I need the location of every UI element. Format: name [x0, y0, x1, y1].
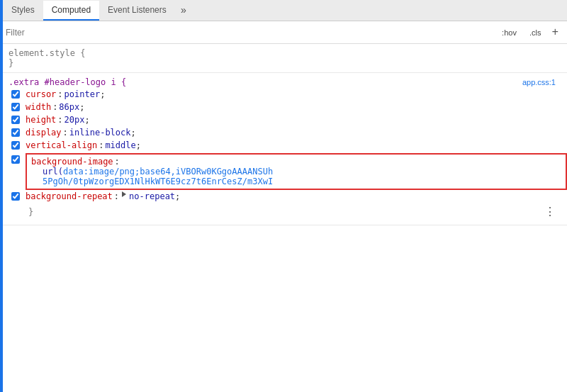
filter-input[interactable]: [6, 28, 497, 38]
rule-selector: .extra #header-logo i {: [9, 77, 126, 87]
url-link[interactable]: data:image/png;base64,iVBORw0KGgoAAAANSU…: [63, 167, 273, 177]
checkbox-width[interactable]: [11, 103, 20, 111]
prop-value-height: 20px: [64, 115, 85, 125]
element-style-block: element.style { }: [0, 44, 567, 73]
element-style-selector: element.style {: [9, 48, 558, 58]
property-row-cursor: cursor : pointer ;: [9, 89, 567, 101]
expand-arrow-icon[interactable]: [122, 191, 126, 197]
property-row-vertical-align: vertical-align : middle ;: [9, 140, 567, 152]
checkbox-area-vertical-align: [11, 140, 26, 150]
semi-width: ;: [79, 102, 84, 112]
prop-name-vertical-align: vertical-align: [26, 140, 97, 150]
bg-image-url-line: url(data:image/png;base64,iVBORw0KGgoAAA…: [31, 167, 561, 177]
bg-repeat-arrow-container: [122, 191, 129, 197]
checkbox-cursor[interactable]: [11, 90, 20, 99]
checkbox-height[interactable]: [11, 116, 20, 124]
url-continuation-link[interactable]: 5PgOh/0tpWzorgEDX1NlHkWT6E9cz7t6EnrCesZ/…: [43, 177, 273, 186]
checkbox-bg-repeat[interactable]: [11, 192, 20, 201]
colon-width: :: [52, 102, 57, 112]
checkbox-area-width: [11, 102, 26, 111]
tab-computed[interactable]: Computed: [43, 1, 99, 21]
colon-display: :: [63, 128, 68, 138]
rule-close-brace: }: [28, 207, 33, 217]
checkbox-area-height: [11, 115, 26, 124]
tab-bar: Styles Computed Event Listeners »: [0, 0, 567, 21]
property-row-bg-image: background-image : url(data:image/png;ba…: [9, 152, 567, 191]
left-accent: [0, 0, 3, 392]
property-row-display: display : inline-block ;: [9, 127, 567, 140]
more-options-icon[interactable]: ⋮: [544, 205, 556, 219]
rule-source-link[interactable]: app.css:1: [522, 78, 556, 86]
filter-buttons: :hov .cls +: [497, 26, 561, 39]
prop-name-bg-repeat: background-repeat: [26, 191, 113, 201]
hov-button[interactable]: :hov: [497, 26, 522, 39]
semi-cursor: ;: [100, 89, 105, 99]
semi-height: ;: [85, 115, 90, 125]
prop-value-vertical-align: middle: [105, 140, 135, 150]
semi-vertical-align: ;: [136, 140, 141, 150]
prop-name-display: display: [26, 128, 62, 138]
prop-value-bg-repeat: no-repeat: [129, 191, 175, 201]
prop-name-width: width: [26, 102, 51, 112]
prop-name-cursor: cursor: [26, 89, 56, 99]
property-row-bg-repeat: background-repeat : no-repeat ;: [9, 191, 567, 203]
prop-value-width: 86px: [59, 102, 79, 112]
rule-block: .extra #header-logo i { app.css:1 cursor…: [0, 73, 567, 225]
property-row-width: width : 86px ;: [9, 101, 567, 114]
colon-height: :: [57, 115, 62, 125]
semi-bg-repeat: ;: [175, 191, 180, 201]
checkbox-area-display: [11, 128, 26, 137]
colon-cursor: :: [57, 89, 62, 99]
checkbox-bg-image[interactable]: [11, 155, 20, 164]
devtools-panel: Styles Computed Event Listeners » :hov .…: [0, 0, 567, 392]
bg-image-first-line: background-image :: [31, 157, 561, 167]
checkbox-area-bg-repeat: [11, 191, 26, 201]
add-style-button[interactable]: +: [549, 27, 561, 38]
cls-button[interactable]: .cls: [524, 26, 546, 39]
checkbox-area-cursor: [11, 89, 26, 99]
property-row-height: height : 20px ;: [9, 114, 567, 127]
bg-image-continuation-line: 5PgOh/0tpWzorgEDX1NlHkWT6E9cz7t6EnrCesZ/…: [31, 177, 561, 186]
colon-vertical-align: :: [99, 140, 103, 150]
checkbox-vertical-align[interactable]: [11, 141, 20, 150]
prop-name-bg-image: background-image: [31, 157, 113, 167]
colon-bg-repeat: :: [114, 191, 119, 201]
rule-header: .extra #header-logo i { app.css:1: [9, 77, 567, 87]
filter-bar: :hov .cls +: [0, 21, 567, 44]
styles-content: element.style { } .extra #header-logo i …: [0, 44, 567, 392]
semi-display: ;: [131, 128, 136, 138]
tab-event-listeners[interactable]: Event Listeners: [99, 1, 175, 21]
checkbox-area-bg-image: [11, 153, 26, 164]
tab-styles[interactable]: Styles: [3, 1, 43, 21]
prop-value-display: inline-block: [69, 128, 131, 138]
url-prefix: url(: [43, 167, 63, 177]
checkbox-display[interactable]: [11, 128, 20, 137]
prop-name-height: height: [26, 115, 56, 125]
element-style-close: }: [9, 58, 558, 68]
tab-more[interactable]: »: [175, 2, 192, 19]
bg-image-highlighted-box: background-image : url(data:image/png;ba…: [26, 153, 567, 190]
colon-bg-image: :: [115, 157, 120, 167]
prop-value-cursor: pointer: [64, 89, 101, 99]
rule-close-row: } ⋮: [9, 203, 567, 220]
